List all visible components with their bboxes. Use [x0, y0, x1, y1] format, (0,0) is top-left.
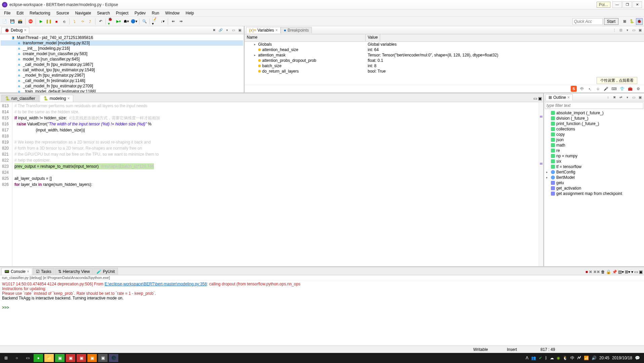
outline-item[interactable]: tf = tensorflow [546, 164, 643, 169]
scroll-lock-icon[interactable]: 🔒 [606, 270, 611, 274]
link-icon[interactable]: ⇄ [618, 95, 623, 100]
suspend-icon[interactable]: ❚❚ [45, 18, 52, 25]
outline-tab[interactable]: ⊞ Outline × [546, 94, 573, 100]
explorer-icon[interactable]: 📁 [44, 354, 54, 362]
annotation-icon[interactable]: 📝▾ [152, 18, 158, 25]
save-all-icon[interactable]: 🗃️ [17, 18, 24, 25]
display-selected-icon[interactable]: ▤▾ [618, 270, 624, 274]
console-tab-console[interactable]: 📟Console× [1, 268, 32, 275]
tray-bluetooth-icon[interactable]: ᛒ [545, 356, 547, 360]
expand-icon[interactable]: ▸ [253, 43, 257, 46]
code-line[interactable]: # forth from a 3D tensor to a 2D tensor.… [14, 145, 536, 151]
skin-icon[interactable]: 👕 [619, 86, 625, 92]
variable-row[interactable]: batch_sizeint: 8 [245, 63, 644, 69]
next-annotation-icon[interactable]: ↓▾ [159, 18, 166, 25]
forward-icon[interactable]: ⇒ [177, 18, 184, 25]
editor-tab-modeling[interactable]: 🐍modeling× [40, 95, 74, 102]
outline-item[interactable]: absolute_import (_future_) [546, 110, 643, 116]
stack-frame[interactable]: ≡_model_fn [tpu_estimator.py:2967] [1, 73, 243, 78]
console-tab-tasks[interactable]: ☑Tasks [33, 268, 54, 275]
breakpoints-tab[interactable]: ● Breakpoints [281, 27, 312, 33]
search-icon[interactable]: 🔍 [141, 18, 148, 25]
stack-frame[interactable]: ≡_train_model_default [estimator.py:1188… [1, 89, 243, 92]
remove-terminated-icon[interactable]: ✖ [211, 28, 217, 33]
stack-frame[interactable]: ≡create_model [run_classifier.py:583] [1, 51, 243, 56]
code-line[interactable]: (input_width, hidden_size))| [14, 127, 536, 133]
stack-frame[interactable]: ≡_call_model_fn [tpu_estimator.py:1867] [1, 62, 243, 67]
name-column-header[interactable]: Name [245, 34, 366, 41]
code-line[interactable]: raise ValueError("The width of the input… [14, 121, 536, 127]
tray-time[interactable]: 20:45 [599, 356, 609, 360]
mic-icon[interactable]: 🎤 [603, 86, 609, 92]
coverage-icon[interactable]: ☗▾ [123, 18, 130, 25]
close-tab-icon[interactable]: × [24, 28, 26, 33]
minimize-editor-icon[interactable]: ▭ [533, 96, 537, 101]
tray-people-icon[interactable]: 👥 [531, 356, 536, 360]
code-line[interactable]: # We keep the representation as a 2D ten… [14, 139, 536, 145]
maximize-panel-icon[interactable]: ▣ [639, 270, 643, 274]
console-output[interactable]: W1017 14:50:03.474854 4124 deprecation.p… [0, 280, 644, 346]
code-line[interactable] [14, 169, 536, 175]
outline-item[interactable]: copy [546, 132, 643, 137]
variable-row[interactable]: ▸ GlobalsGlobal variables [245, 42, 644, 47]
debug-tab[interactable]: 🐞 Debug × [1, 27, 29, 33]
expand-icon[interactable]: ▸ [253, 53, 257, 57]
tray-nvidia-icon[interactable]: ◉ [557, 356, 560, 360]
code-line[interactable]: # the GPU/CPU but may not be free on the… [14, 151, 536, 157]
skip-breakpoints-icon[interactable]: ⛔ [27, 18, 34, 25]
outline-item[interactable]: division (_future_) [546, 116, 643, 121]
minimize-panel-icon[interactable]: ▭ [634, 270, 638, 274]
clear-console-icon[interactable]: 🗑 [601, 270, 605, 274]
step-into-icon[interactable]: ⤵ [71, 18, 78, 25]
outline-filter-input[interactable] [545, 102, 643, 109]
minimize-panel-icon[interactable]: ▭ [631, 28, 636, 33]
resume-icon[interactable]: ▶ [38, 18, 44, 25]
start-menu-icon[interactable]: ⊞ [1, 354, 11, 362]
stack-frame[interactable]: ≡_call_model_fn [tpu_estimator.py:2709] [1, 83, 243, 89]
stack-frame[interactable]: ≡model_fn [run_classifier.py:645] [1, 56, 243, 62]
open-perspective-icon[interactable]: ⊞ [621, 18, 628, 25]
tray-cloud-icon[interactable]: ☁ [550, 356, 554, 360]
tray-up-icon[interactable]: ᐱ [526, 356, 528, 360]
hide-fields-icon[interactable]: ✖ [612, 95, 617, 100]
outline-item[interactable]: collections [546, 126, 643, 132]
minimize-panel-icon[interactable]: ▭ [231, 28, 236, 33]
menu-project[interactable]: Project [113, 10, 131, 16]
pin-console-icon[interactable]: 📌 [612, 270, 617, 274]
outline-item[interactable]: print_function (_future_) [546, 121, 643, 126]
new-icon[interactable]: 📄 [1, 18, 8, 25]
code-line[interactable]: all_layer_outputs = [] [14, 175, 536, 182]
drop-frame-icon[interactable]: ↶ [97, 18, 104, 25]
tray-qq-icon[interactable]: 🐧 [563, 356, 568, 360]
variable-row[interactable]: attention_probs_dropout_probfloat: 0.1 [245, 58, 644, 63]
save-icon[interactable]: 💾 [9, 18, 16, 25]
eclipse-taskbar-icon[interactable]: 🌑 [109, 354, 118, 362]
keyboard-icon[interactable]: ⌨ [611, 86, 617, 92]
remove-all-icon[interactable]: ✖✖ [593, 270, 600, 274]
outline-item[interactable]: get_activation [546, 186, 643, 191]
variable-row[interactable]: do_return_all_layersbool: True [245, 69, 644, 74]
tray-volume-icon[interactable]: 🔊 [592, 356, 597, 360]
maximize-button[interactable]: ❐ [622, 1, 632, 8]
debug-perspective-icon[interactable]: 🐞 [636, 18, 643, 25]
toolbox-icon[interactable]: 🧰 [627, 86, 633, 92]
console-tab-hierarchy-view[interactable]: ⇅Hierarchy View [55, 268, 93, 275]
menu-run[interactable]: Run [149, 10, 162, 16]
stack-frame[interactable]: ≡call_without_tpu [tpu_estimator.py:1549… [1, 67, 243, 73]
start-button[interactable]: Start [604, 18, 618, 25]
sort-icon[interactable]: ↕ [605, 95, 611, 100]
app-icon[interactable]: ▣ [77, 354, 86, 362]
sogou-icon[interactable]: S [571, 86, 577, 92]
outline-item[interactable]: json [546, 137, 643, 143]
code-line[interactable]: if input_width != hidden_size: #注意残差连接的方… [14, 115, 536, 121]
menu-source[interactable]: Source [53, 10, 72, 16]
code-line[interactable]: for layer_idx in range(num_hidden_layers… [14, 182, 536, 188]
open-console-icon[interactable]: ⊞▾ [625, 270, 630, 274]
outline-item[interactable]: np = numpy [546, 153, 643, 159]
minimize-button[interactable]: — [612, 1, 622, 8]
menu-navigate[interactable]: Navigate [72, 10, 93, 16]
menu-file[interactable]: File [1, 10, 13, 16]
close-tab-icon[interactable]: × [27, 269, 29, 274]
chrome-icon[interactable]: ● [34, 354, 43, 362]
outline-item[interactable]: gelu [546, 180, 643, 186]
